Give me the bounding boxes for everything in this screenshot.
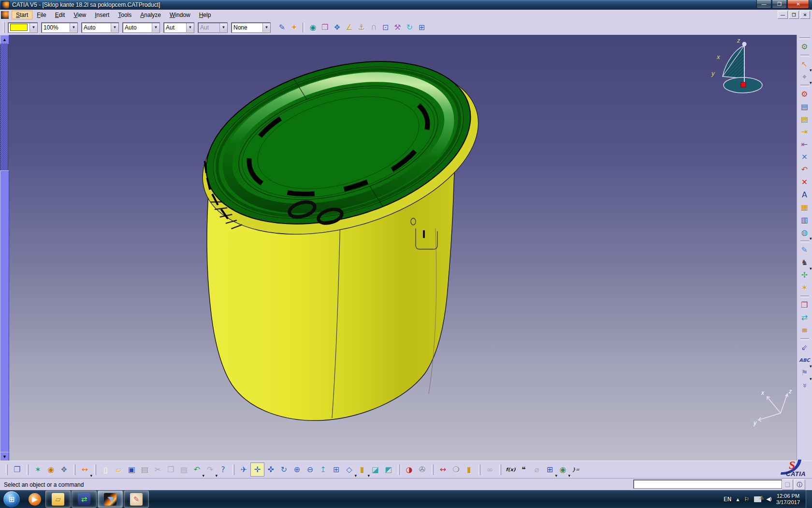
- quick-view-icon[interactable]: ⊞: [330, 463, 343, 476]
- mdi-close-button[interactable]: ✕: [800, 11, 810, 19]
- grid-snap-icon[interactable]: ↔: [78, 463, 91, 476]
- equivalent-dimensions-icon[interactable]: }=: [569, 463, 582, 476]
- hide-show-icon[interactable]: ◪: [369, 463, 382, 476]
- drawing-doc-icon[interactable]: ▥: [798, 214, 811, 226]
- 3d-scene[interactable]: z x y z x y: [8, 35, 797, 461]
- swap-update-icon[interactable]: ↻: [404, 21, 416, 33]
- knowledge-knight-icon[interactable]: ♞: [798, 256, 811, 269]
- fit-all-in-icon[interactable]: ✛: [250, 463, 264, 477]
- render-cube-icon[interactable]: ❖: [58, 463, 71, 476]
- maximize-button[interactable]: ❐: [772, 0, 787, 9]
- menu-file[interactable]: File: [32, 11, 50, 19]
- powercopy-icon[interactable]: ✶: [31, 463, 44, 476]
- action-center-flag-icon[interactable]: ⚐: [744, 496, 750, 503]
- chevron-down-icon[interactable]: ▼: [186, 23, 194, 32]
- whats-this-help-icon[interactable]: ?: [217, 463, 230, 476]
- taskbar-remote-desktop-button[interactable]: ⇄: [72, 491, 97, 508]
- chevron-down-icon[interactable]: ▼: [152, 23, 160, 32]
- catalog-browser-icon[interactable]: ❐: [11, 463, 24, 476]
- print-icon[interactable]: ▤: [138, 463, 151, 476]
- layer-combo[interactable]: None▼: [231, 22, 271, 33]
- undo-icon[interactable]: ↶: [190, 463, 203, 476]
- measure-ruler-icon[interactable]: ↔: [436, 463, 450, 476]
- copy-icon[interactable]: ❐: [164, 463, 177, 476]
- catalog-item-icon[interactable]: ▦: [798, 201, 811, 214]
- comment-icon[interactable]: ❝: [517, 463, 530, 476]
- selection-filter-icon[interactable]: ⌖: [798, 71, 811, 83]
- select-arrow-icon[interactable]: ↖: [798, 58, 811, 71]
- scrollbar-track[interactable]: [0, 44, 8, 170]
- menu-view[interactable]: View: [69, 11, 90, 19]
- taskbar-catia-button[interactable]: ◥: [98, 491, 123, 508]
- network-status-icon[interactable]: [754, 496, 761, 502]
- copy-graphic-format-icon[interactable]: ◉: [307, 21, 319, 33]
- isometric-box-icon[interactable]: ❒: [319, 21, 331, 33]
- component-gear-doc-icon[interactable]: ▤: [798, 113, 811, 126]
- text-template-icon[interactable]: A: [798, 189, 811, 201]
- speaker-icon[interactable]: ◀): [766, 496, 771, 502]
- toolbar-grip[interactable]: [73, 464, 75, 475]
- anchor-icon[interactable]: ⚓: [355, 21, 367, 33]
- quick-print-capture-icon[interactable]: ✇: [416, 463, 429, 476]
- attach-paperclip-icon[interactable]: ⊂: [367, 21, 379, 33]
- deactivate-node-icon[interactable]: ✕: [798, 176, 811, 189]
- snap-fit-icon[interactable]: ✢: [798, 269, 811, 282]
- toolbar-grip[interactable]: [478, 464, 480, 475]
- new-component-doc-icon[interactable]: ▤: [798, 101, 811, 113]
- render-style-icon[interactable]: ▮: [356, 463, 369, 476]
- toolbar-grip[interactable]: [27, 464, 29, 475]
- toolbar-grip[interactable]: [94, 464, 96, 475]
- export-component-icon[interactable]: ⇥: [798, 126, 811, 138]
- paste-icon[interactable]: ▤: [177, 463, 190, 476]
- replace-component-icon[interactable]: ⇄: [798, 312, 811, 324]
- menu-tools[interactable]: Tools: [114, 11, 136, 19]
- 3d-viewport[interactable]: ▲ ▼: [0, 35, 797, 461]
- protractor-icon[interactable]: ∠: [343, 21, 355, 33]
- graph-tree-reorder-icon[interactable]: ≡: [798, 324, 811, 337]
- link-manager-icon[interactable]: ∞: [483, 463, 496, 476]
- chevron-down-icon[interactable]: ▼: [219, 23, 227, 32]
- fly-mode-icon[interactable]: ✈: [237, 463, 250, 476]
- measure-inertia-icon[interactable]: ▮: [463, 463, 476, 476]
- compass-anchor-point[interactable]: [741, 82, 746, 87]
- hidden-icons-arrow[interactable]: ▴: [737, 496, 740, 503]
- new-document-icon[interactable]: ▯: [99, 463, 112, 476]
- pan-icon[interactable]: ✜: [264, 463, 277, 476]
- view-compass[interactable]: z x y: [711, 37, 762, 93]
- menu-analyze[interactable]: Analyze: [136, 11, 165, 19]
- cut-icon[interactable]: ✂: [151, 463, 164, 476]
- taskbar-paint-button[interactable]: ✎: [124, 491, 149, 508]
- toolbar-grip[interactable]: [232, 464, 234, 475]
- point-type-combo[interactable]: Aut▼: [163, 22, 194, 33]
- toolbar-grip[interactable]: [6, 464, 8, 475]
- material-globe-icon[interactable]: ◉: [44, 463, 58, 476]
- taskbar-wmp-button[interactable]: ▶: [25, 491, 44, 507]
- close-button[interactable]: ✕: [787, 0, 809, 9]
- grid-gear-icon[interactable]: ⊞: [416, 21, 428, 33]
- zoom-combo[interactable]: 100%▼: [41, 22, 78, 33]
- line-weight-combo[interactable]: Auto▼: [122, 22, 160, 33]
- chevron-down-icon[interactable]: ▼: [70, 23, 77, 32]
- swap-visible-space-icon[interactable]: ◩: [382, 463, 395, 476]
- redo-icon[interactable]: ↷: [203, 463, 217, 476]
- reorder-tree-icon[interactable]: ↶: [798, 164, 811, 176]
- publication-icon[interactable]: ◍: [798, 226, 811, 239]
- wizard-wand-icon[interactable]: ✦: [288, 21, 300, 33]
- measure-item-icon[interactable]: ❍: [450, 463, 463, 476]
- tools-screwdriver-icon[interactable]: ⚒: [392, 21, 404, 33]
- taskbar-explorer-button[interactable]: ▱: [45, 491, 71, 508]
- open-icon[interactable]: ▱: [112, 463, 125, 476]
- toolbar-grip[interactable]: [3, 22, 5, 33]
- formula-icon[interactable]: f(x): [504, 463, 517, 476]
- iso-view-icon[interactable]: ◇: [343, 463, 356, 476]
- sketch-window-icon[interactable]: ⊡: [379, 21, 392, 33]
- manipulate-icon[interactable]: ✎: [798, 244, 811, 256]
- dialog-toggle-button[interactable]: ❑: [782, 479, 793, 490]
- render-combo[interactable]: Aut▼: [198, 22, 228, 33]
- more-tools-chevron-icon[interactable]: »: [798, 379, 811, 392]
- import-component-icon[interactable]: ⇤: [798, 138, 811, 151]
- toolbar-grip[interactable]: [398, 464, 400, 475]
- menu-edit[interactable]: Edit: [51, 11, 70, 19]
- explode-assembly-icon[interactable]: ❒: [798, 299, 811, 312]
- toolbar-drag-handle[interactable]: [799, 37, 810, 39]
